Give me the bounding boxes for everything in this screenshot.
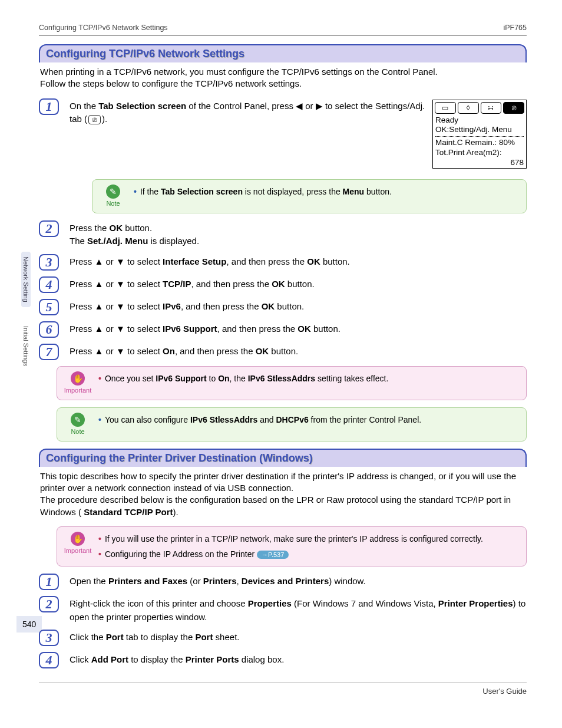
text-bold: Interface Setup: [163, 256, 226, 266]
lcd-tab-icon-active: ⎚: [503, 102, 524, 114]
note-label: Note: [98, 200, 128, 207]
step-number-3: 3: [39, 254, 59, 271]
step-number-b1: 1: [39, 574, 59, 590]
text-bold: OK: [307, 256, 320, 266]
text: sheet.: [213, 632, 239, 642]
lcd-line: OK:Setting/Adj. Menu: [433, 125, 526, 135]
text: Open the: [70, 576, 108, 586]
step-5: 5 Press ▲ or ▼ to select IPv6, and then …: [39, 299, 527, 315]
text-bold: Printer Ports: [186, 654, 239, 664]
step-b4: 4 Click Add Port to display the Printer …: [39, 652, 527, 668]
important-icon: ✋: [71, 371, 85, 386]
text: button.: [364, 187, 392, 196]
text: , and then press the: [226, 256, 307, 266]
text: Right-click the icon of this printer and…: [70, 598, 248, 608]
text-bold: OK: [272, 279, 285, 289]
step-number-b4: 4: [39, 652, 59, 668]
section-title-a: Configuring TCP/IPv6 Network Settings: [46, 48, 244, 60]
text-bold: DHCPv6: [276, 415, 308, 424]
note-callout: ✎ Note If the Tab Selection screen is no…: [92, 179, 527, 213]
step-number-5: 5: [39, 299, 59, 315]
text-bold: Printers: [203, 576, 237, 586]
printer-lcd-graphic: ▭ ◊ ∺ ⎚ Ready OK:Setting/Adj. Menu Maint…: [432, 100, 527, 169]
text: button.: [285, 279, 315, 289]
text-bold: Port: [195, 632, 213, 642]
step-7: 7 Press ▲ or ▼ to select On, and then pr…: [39, 344, 527, 360]
text: setting takes effect.: [315, 374, 388, 383]
text: to display the: [128, 654, 186, 664]
important-label: Important: [63, 387, 92, 394]
lcd-tab-icon: ◊: [458, 102, 479, 114]
settings-tab-icon: ⎚: [88, 115, 101, 124]
text-bold: Printer Properties: [438, 598, 513, 608]
header-left: Configuring TCP/IPv6 Network Settings: [39, 24, 168, 32]
step-3: 3 Press ▲ or ▼ to select Interface Setup…: [39, 254, 527, 271]
text-bold: On: [163, 346, 175, 356]
important-label: Important: [63, 547, 92, 554]
text: ) window.: [329, 576, 366, 586]
text: dialog box.: [239, 654, 285, 664]
important-callout: ✋ Important Once you set IPv6 Support to…: [57, 366, 527, 400]
lcd-line: Ready: [433, 116, 526, 126]
step-6: 6 Press ▲ or ▼ to select IPv6 Support, a…: [39, 321, 527, 338]
text-bold: Properties: [248, 598, 292, 608]
text-bold: On: [218, 374, 229, 383]
important-icon: ✋: [71, 532, 85, 546]
step-number-4: 4: [39, 276, 59, 293]
text-bold: Standard TCP/IP Port: [84, 507, 173, 517]
header-divider: [39, 35, 527, 36]
text: button.: [311, 324, 340, 334]
text: Configuring the IP Address on the Printe…: [105, 549, 254, 559]
cross-ref-link[interactable]: →P.537: [257, 551, 289, 559]
note-icon: ✎: [71, 413, 85, 427]
lcd-line: Maint.C Remain.: 80%: [433, 138, 526, 148]
step-4: 4 Press ▲ or ▼ to select TCP/IP, and the…: [39, 276, 527, 293]
text: , and then press the: [217, 324, 298, 334]
lcd-tab-icon: ∺: [481, 102, 502, 114]
note-callout: ✎ Note You can also configure IPv6 Stles…: [57, 407, 527, 442]
text: Once you set: [105, 374, 156, 383]
text: Press ▲ or ▼ to select: [70, 346, 163, 356]
step-number-6: 6: [39, 321, 59, 338]
text-bold: IPv6: [163, 301, 181, 311]
intro-line1: When printing in a TCP/IPv6 network, you…: [40, 67, 438, 77]
page-footer: User's Guide: [39, 687, 527, 696]
text: , the: [230, 374, 248, 383]
text: , and then press the: [175, 346, 256, 356]
text-bold: TCP/IP: [163, 279, 191, 289]
text: Press ▲ or ▼ to select: [70, 279, 163, 289]
lcd-line: 678: [433, 158, 526, 168]
text: Press ▲ or ▼ to select: [70, 256, 163, 266]
section-title-bar-b: Configuring the Printer Driver Destinati…: [39, 449, 527, 467]
text: Press ▲ or ▼ to select: [70, 324, 163, 334]
text-bold: Tab Selection screen: [98, 101, 186, 111]
text: button.: [269, 346, 298, 356]
lcd-divider: [435, 136, 524, 137]
lcd-line: Tot.Print Area(m2):: [433, 148, 526, 158]
text: You can also configure: [105, 415, 190, 424]
lcd-tab-icon: ▭: [435, 102, 456, 114]
text-bold: Devices and Printers: [242, 576, 329, 586]
step-number-b2: 2: [39, 596, 59, 612]
text: , and then press the: [181, 301, 262, 311]
step-number-1: 1: [39, 98, 59, 115]
text: (For Windows 7 and Windows Vista,: [292, 598, 438, 608]
footer-divider: [39, 683, 527, 683]
text-bold: OK: [256, 346, 269, 356]
text-bold: Port: [106, 632, 124, 642]
section-b-intro: This topic describes how to specify the …: [39, 467, 527, 522]
section-title-b: Configuring the Printer Driver Destinati…: [46, 452, 313, 464]
step-b3: 3 Click the Port tab to display the Port…: [39, 630, 527, 646]
text: button.: [123, 223, 152, 233]
text: ).: [102, 114, 107, 124]
text: button.: [275, 301, 304, 311]
section-a-intro: When printing in a TCP/IPv6 network, you…: [39, 62, 527, 94]
step-b1: 1 Open the Printers and Faxes (or Printe…: [39, 574, 527, 590]
text-bold: OK: [110, 223, 123, 233]
text: tab to display the: [124, 632, 196, 642]
text: If the: [140, 187, 161, 196]
text: button.: [320, 256, 350, 266]
text-bold: Printers and Faxes: [108, 576, 187, 586]
note-label: Note: [63, 428, 92, 435]
text-bold: Tab Selection screen: [161, 187, 243, 196]
